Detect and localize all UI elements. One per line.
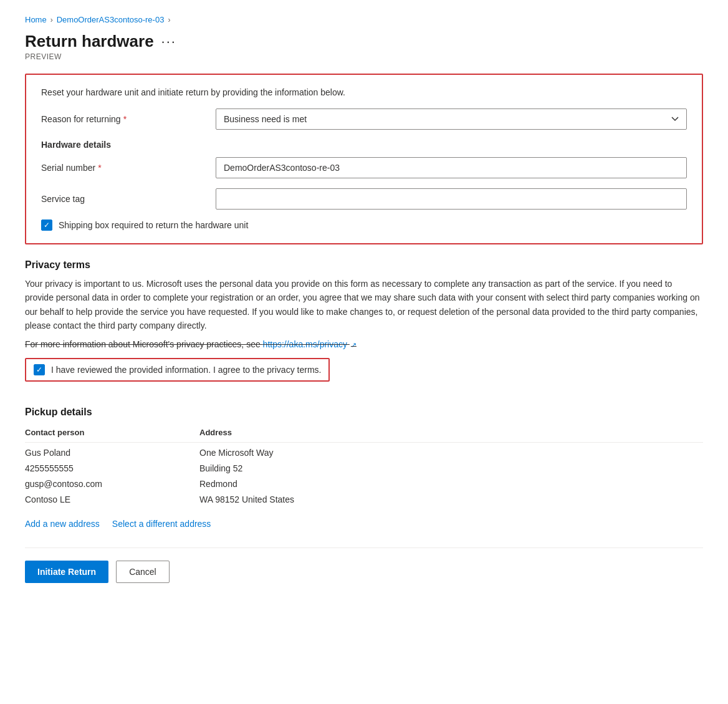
breadcrumb-home[interactable]: Home [25, 15, 47, 24]
hardware-return-form-section: Reset your hardware unit and initiate re… [25, 74, 703, 244]
address-line4: WA 98152 United States [199, 492, 703, 508]
page-subtitle: PREVIEW [25, 52, 703, 61]
contact-phone: 4255555555 [25, 461, 199, 476]
address-header: Address [199, 424, 703, 443]
privacy-checkbox-checkmark: ✓ [36, 366, 42, 374]
breadcrumb-order[interactable]: DemoOrderAS3contoso-re-03 [57, 15, 165, 24]
privacy-section: Privacy terms Your privacy is important … [25, 259, 703, 394]
reason-row: Reason for returning * Business need is … [41, 108, 687, 130]
hardware-details-heading: Hardware details [41, 140, 687, 150]
address-info: One Microsoft Way Building 52 Redmond WA… [199, 445, 703, 508]
serial-required: * [98, 163, 101, 173]
pickup-table: Contact person Address Gus Poland 425555… [25, 424, 703, 511]
serial-number-input[interactable] [216, 157, 687, 178]
reason-control: Business need is met Hardware failure No… [216, 108, 687, 130]
serial-label: Serial number * [41, 163, 216, 173]
breadcrumb-sep2: › [168, 16, 170, 24]
serial-number-row: Serial number * [41, 157, 687, 178]
contact-name: Gus Poland [25, 445, 199, 461]
contact-email: gusp@contoso.com [25, 476, 199, 492]
shipping-checkbox-label: Shipping box required to return the hard… [59, 220, 248, 230]
privacy-link-row: For more information about Microsoft's p… [25, 339, 703, 349]
page-title: Return hardware [25, 32, 154, 51]
footer-buttons: Initiate Return Cancel [25, 561, 703, 583]
privacy-agree-checkbox[interactable]: ✓ [34, 364, 45, 375]
service-tag-control [216, 188, 687, 210]
pickup-heading: Pickup details [25, 407, 703, 418]
breadcrumb: Home › DemoOrderAS3contoso-re-03 › [25, 15, 703, 24]
serial-control [216, 157, 687, 178]
service-tag-input[interactable] [216, 188, 687, 210]
privacy-link-prefix: For more information about Microsoft's p… [25, 339, 263, 349]
select-address-link[interactable]: Select a different address [112, 519, 211, 529]
contact-info: Gus Poland 4255555555 gusp@contoso.com C… [25, 445, 199, 508]
pickup-section: Pickup details Contact person Address Gu… [25, 407, 703, 529]
initiate-return-button[interactable]: Initiate Return [25, 561, 108, 583]
page-title-row: Return hardware ··· [25, 32, 703, 51]
privacy-agree-row: ✓ I have reviewed the provided informati… [25, 358, 330, 382]
privacy-body: Your privacy is important to us. Microso… [25, 277, 703, 333]
address-line3: Redmond [199, 476, 703, 492]
external-link-icon: ↗ [351, 341, 357, 349]
footer-divider [25, 547, 703, 548]
reason-required: * [123, 114, 127, 124]
address-line1: One Microsoft Way [199, 445, 703, 461]
service-tag-row: Service tag [41, 188, 687, 210]
privacy-link[interactable]: https://aka.ms/privacy [263, 339, 347, 349]
privacy-heading: Privacy terms [25, 259, 703, 271]
contact-person-header: Contact person [25, 424, 199, 443]
form-description: Reset your hardware unit and initiate re… [41, 87, 687, 97]
shipping-checkbox[interactable]: ✓ [41, 219, 52, 231]
reason-label: Reason for returning * [41, 114, 216, 124]
contact-company: Contoso LE [25, 492, 199, 508]
more-options-icon[interactable]: ··· [161, 34, 176, 50]
cancel-button[interactable]: Cancel [116, 561, 170, 583]
address-line2: Building 52 [199, 461, 703, 476]
checkbox-checkmark: ✓ [44, 221, 50, 229]
breadcrumb-sep1: › [50, 16, 53, 24]
reason-dropdown[interactable]: Business need is met Hardware failure No… [216, 108, 687, 130]
pickup-info-row: Gus Poland 4255555555 gusp@contoso.com C… [25, 442, 703, 510]
shipping-checkbox-row: ✓ Shipping box required to return the ha… [41, 219, 687, 231]
service-tag-label: Service tag [41, 194, 216, 204]
add-address-link[interactable]: Add a new address [25, 519, 100, 529]
address-link-row: Add a new address Select a different add… [25, 519, 703, 529]
privacy-agree-label: I have reviewed the provided information… [51, 365, 321, 375]
